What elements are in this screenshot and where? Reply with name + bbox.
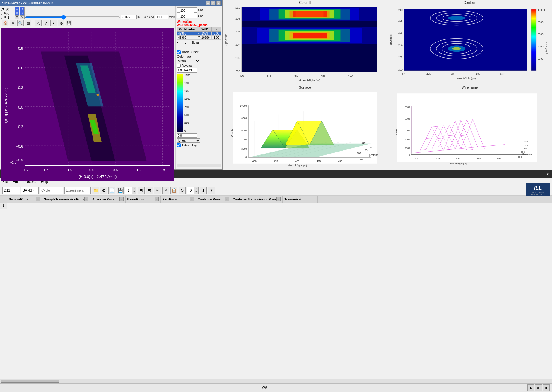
cell-beam-1[interactable]: [130, 203, 165, 209]
peaks-button[interactable]: ✦: [50, 20, 57, 26]
svg-text:−1.2: −1.2: [22, 168, 29, 172]
num-up[interactable]: ▲: [132, 187, 136, 190]
sv-hscrollbar[interactable]: [177, 164, 221, 167]
maximize-button[interactable]: □: [211, 1, 215, 5]
dim0-y-btn[interactable]: Y: [20, 7, 25, 11]
cell-container-trans-1[interactable]: [235, 203, 294, 209]
svg-text:10000: 10000: [240, 104, 247, 107]
colorfill-title: Colorfill: [223, 1, 387, 5]
num2-down[interactable]: ▼: [194, 190, 198, 194]
colormap-select[interactable]: viridis: [177, 59, 200, 63]
svg-text:210: 210: [235, 6, 240, 9]
fast-forward-btn[interactable]: ⏭: [535, 384, 542, 391]
stop-btn[interactable]: ■: [543, 384, 550, 391]
colorbar-min-input[interactable]: [177, 133, 197, 138]
svg-text:10000: 10000: [537, 8, 545, 11]
zoom-button[interactable]: 🔍: [17, 20, 24, 26]
dim2-slider[interactable]: [25, 16, 120, 18]
cell-trans-1[interactable]: [42, 203, 95, 209]
status-buttons: ▶ ⏭ ■: [527, 384, 550, 391]
paste-btn[interactable]: 📋: [170, 187, 177, 194]
settings-btn[interactable]: ⚙: [100, 187, 107, 194]
save-btn[interactable]: 💾: [117, 187, 124, 194]
svg-text:490: 490: [348, 74, 353, 77]
num2-spinbox[interactable]: ▲ ▼: [187, 187, 199, 194]
dim2-x-btn[interactable]: X: [15, 15, 19, 19]
num2-up[interactable]: ▲: [194, 187, 198, 190]
num-spinbox[interactable]: ▲ ▼: [125, 187, 136, 194]
num-input[interactable]: [125, 188, 132, 192]
table-btn[interactable]: ⊞: [138, 187, 145, 194]
cell-container-1[interactable]: [200, 203, 235, 209]
dim2-y-btn[interactable]: Y: [20, 15, 25, 19]
col-absorber-minus[interactable]: -: [119, 197, 124, 201]
autoscaling-checkbox[interactable]: [177, 143, 181, 147]
cursor-button[interactable]: ⊕: [58, 20, 64, 26]
line-button[interactable]: ╱: [43, 20, 49, 26]
num-down[interactable]: ▼: [132, 190, 136, 194]
help-btn[interactable]: ?: [208, 187, 215, 194]
col-transmissi: Transmissi: [283, 196, 318, 203]
dim2-value[interactable]: -6.025: [121, 15, 137, 19]
cut-btn[interactable]: ✂: [154, 187, 161, 194]
col-container-minus[interactable]: -: [225, 197, 229, 201]
table-row-1[interactable]: 1: [0, 203, 552, 209]
scroll-thumb[interactable]: [1, 380, 59, 383]
drill-close-btn[interactable]: ×: [546, 172, 549, 177]
cell-sample-1[interactable]: [7, 203, 42, 209]
play-btn[interactable]: ▶: [527, 384, 534, 391]
slice-plot: 0.9 0.6 0.3 0.0 −0.3 −0.6 −0.9 −1.2 −1.2…: [1, 28, 174, 181]
scale-select[interactable]: Linear Log: [177, 138, 200, 143]
bins1-input[interactable]: [180, 9, 194, 13]
down-btn[interactable]: ⬇: [200, 187, 207, 194]
svg-text:−1.5: −1.5: [10, 161, 16, 164]
col-container-trans-minus[interactable]: -: [276, 197, 281, 201]
svg-text:Spectrum: Spectrum: [522, 153, 532, 155]
col-flux-minus[interactable]: -: [190, 197, 194, 201]
pan-button[interactable]: ✥: [10, 20, 16, 26]
reverse-checkbox[interactable]: [177, 64, 181, 68]
cell-transmissi-1[interactable]: [294, 203, 329, 209]
dim1-y-btn[interactable]: Y: [20, 11, 25, 15]
table2-btn[interactable]: ⊟: [146, 187, 153, 194]
svg-text:204: 204: [524, 147, 528, 150]
col-trans-minus[interactable]: -: [84, 197, 88, 201]
peaks-row-2[interactable]: 42366 7418286 -1.00: [177, 36, 221, 40]
experiment-input[interactable]: [64, 187, 91, 194]
num2-input[interactable]: [187, 188, 194, 192]
cycle-input[interactable]: [40, 187, 63, 194]
bins2-input[interactable]: [180, 15, 194, 18]
svg-text:470: 470: [402, 73, 406, 75]
home-button[interactable]: 🏠: [2, 20, 8, 26]
peaks-row-1[interactable]: 42366 4419297 -0.00: [177, 32, 221, 36]
copy-btn[interactable]: ⎘: [162, 187, 169, 194]
svg-text:0.0: 0.0: [89, 168, 94, 172]
refresh-btn[interactable]: ↻: [179, 187, 186, 194]
col-beam-minus[interactable]: -: [155, 197, 159, 201]
track-cursor-checkbox[interactable]: [177, 50, 181, 54]
instrument-combo[interactable]: D11 ▼: [2, 187, 20, 194]
cell-flux-1[interactable]: [165, 203, 200, 209]
technique-combo[interactable]: SANS ▼: [21, 187, 39, 194]
save-button[interactable]: 💾: [66, 20, 72, 26]
svg-text:490: 490: [500, 73, 504, 75]
open-folder-btn[interactable]: 📁: [92, 187, 99, 194]
close-button[interactable]: ×: [216, 1, 221, 5]
triangle-button[interactable]: △: [35, 20, 42, 26]
grid-button[interactable]: ⊞: [25, 20, 31, 26]
colormap-label: Colormap: [177, 55, 221, 58]
svg-text:470: 470: [252, 160, 257, 163]
dim2-thick[interactable]: 0.100: [155, 15, 168, 19]
new-btn[interactable]: 📄: [108, 187, 115, 194]
svg-rect-46: [296, 11, 324, 17]
col-sample-minus[interactable]: -: [36, 197, 40, 201]
colorbar-max-input[interactable]: [177, 68, 197, 73]
cell-absorber-1[interactable]: [95, 203, 130, 209]
minimize-button[interactable]: –: [206, 1, 210, 5]
svg-text:Time-of-flight (μs): Time-of-flight (μs): [288, 164, 307, 167]
svg-rect-71: [404, 9, 527, 71]
contour-title: Contour: [388, 1, 552, 5]
dim1-x-btn[interactable]: X: [15, 11, 19, 15]
horizontal-scrollbar[interactable]: [0, 379, 552, 383]
dim0-x-btn[interactable]: X: [15, 7, 19, 11]
